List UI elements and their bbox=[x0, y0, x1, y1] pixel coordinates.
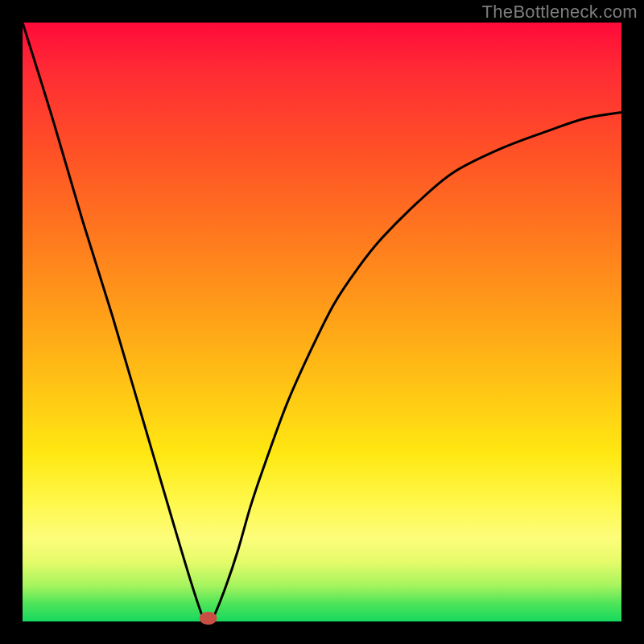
watermark-text: TheBottleneck.com bbox=[482, 2, 638, 23]
chart-frame: TheBottleneck.com bbox=[0, 0, 644, 644]
bottleneck-curve bbox=[23, 23, 621, 621]
plot-area bbox=[23, 23, 621, 621]
marker-dot bbox=[200, 612, 217, 625]
curve-layer bbox=[23, 23, 621, 621]
